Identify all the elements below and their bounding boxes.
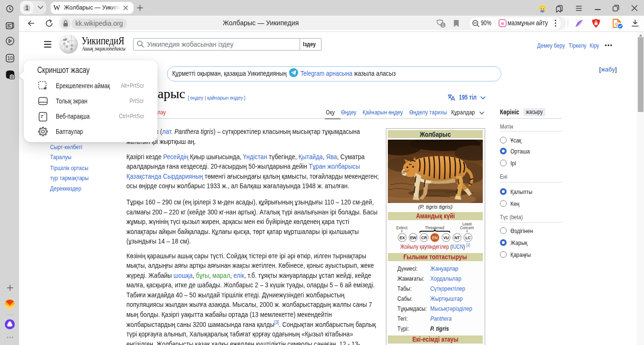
svg-text:Ω: Ω (63, 42, 65, 45)
svg-text:东: 东 (70, 48, 73, 51)
svg-text:Extinct: Extinct (396, 225, 408, 230)
svg-text:CR: CR (421, 235, 427, 240)
svg-text:W: W (67, 41, 70, 43)
svg-text:Threatened: Threatened (425, 225, 444, 230)
svg-text:EX: EX (400, 235, 405, 240)
svg-text:1: 1 (442, 23, 444, 28)
svg-text:10: 10 (7, 55, 13, 61)
svg-text:EN: EN (432, 235, 437, 240)
svg-text:Concern: Concern (460, 225, 474, 230)
svg-text:И: И (66, 45, 68, 48)
svg-text:NT: NT (455, 235, 460, 240)
svg-text:EW: EW (410, 235, 416, 240)
svg-text:1: 1 (25, 4, 29, 11)
svg-text:LC: LC (466, 235, 471, 240)
svg-text:«: « (501, 20, 504, 27)
svg-text:VU: VU (443, 235, 448, 240)
svg-text:Μ: Μ (71, 44, 73, 47)
